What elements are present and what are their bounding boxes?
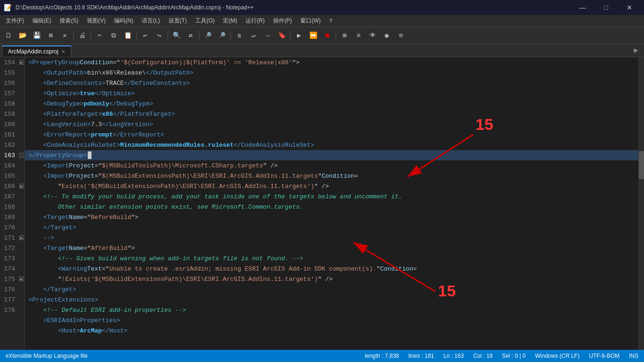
line-num-168: 168 <box>0 204 19 211</box>
toolbar-separator-5 <box>199 30 199 41</box>
fold-163[interactable]: - <box>19 153 24 158</box>
gutter-row-159: 159 <box>0 109 24 119</box>
menu-bar: 文件(F) 编辑(E) 搜索(S) 视图(V) 编码(N) 语言(L) 设置(T… <box>0 15 644 27</box>
undo-button[interactable]: ↩ <box>138 29 152 42</box>
code-line-178: <Host>ArcMap</Host> <box>25 325 638 336</box>
status-sel: Sel : 0 | 0 <box>502 353 525 359</box>
gutter-row-164: 164 <box>0 160 24 171</box>
code-line-169: </Target> <box>25 222 638 233</box>
print-button[interactable]: 🖨 <box>76 29 89 42</box>
save-all-button[interactable]: ⊞ <box>44 29 57 42</box>
code-line-157: <Optimize>true</Optimize> <box>25 88 638 98</box>
tab-bar: ArcMapAddin.csproj ✕ ▶ <box>0 44 644 57</box>
record-button[interactable]: ⏺ <box>321 29 334 42</box>
line-num-162: 162 <box>0 142 19 149</box>
gutter-row-169: 169 <box>0 212 24 222</box>
zoom-in-button[interactable]: 🔎 <box>201 29 215 42</box>
line-num-175: 175 <box>0 276 19 283</box>
save-button[interactable]: 💾 <box>30 29 43 42</box>
title-bar: 📝 D:\Desktop\ArcObjects 10.8 SDK\ArcMapA… <box>0 0 644 15</box>
gutter-row-157: 157 <box>0 88 24 98</box>
gutter-row-165: 165 <box>0 171 24 181</box>
open-button[interactable]: 📂 <box>16 29 29 42</box>
status-lines: lines : 181 <box>408 353 434 359</box>
cut-button[interactable]: ✂ <box>93 29 106 42</box>
close-button2[interactable]: ✕ <box>58 29 71 42</box>
code-line-165b: "Exists('$(MSBuildExtensionsPath)\ESRI\E… <box>25 181 638 191</box>
paste-button[interactable]: 📋 <box>121 29 134 42</box>
gutter-row-161: 161 <box>0 129 24 140</box>
menu-file[interactable]: 文件(F) <box>2 16 28 26</box>
gutter-row-167: 167 <box>0 191 24 202</box>
extra3-button[interactable]: 👁 <box>366 29 379 42</box>
window-controls: — □ ✕ <box>572 0 640 15</box>
gutter-row-156: 156 <box>0 78 24 88</box>
menu-window[interactable]: 窗口(W) <box>297 16 324 26</box>
extra1-button[interactable]: ⊞ <box>338 29 351 42</box>
extra2-button[interactable]: ≡ <box>352 29 365 42</box>
line-num-161: 161 <box>0 131 19 138</box>
code-line-165a: <Import Project="$(MSBuildExtensionsPath… <box>25 171 638 181</box>
scroll-thumb[interactable] <box>639 151 644 179</box>
menu-settings[interactable]: 设置(T) <box>165 16 191 26</box>
close-button[interactable]: ✕ <box>619 0 640 15</box>
code-line-163: </PropertyGroup> <box>25 150 638 160</box>
gutter-row-158: 158 <box>0 98 24 109</box>
menu-plugins[interactable]: 插件(P) <box>269 16 296 26</box>
toolbar-separator-7 <box>290 30 291 41</box>
line-num-155: 155 <box>0 69 19 76</box>
code-line-175: <ProjectExtensions> <box>25 294 638 305</box>
indent-button[interactable]: → <box>261 29 274 42</box>
find-button[interactable]: 🔍 <box>170 29 183 42</box>
menu-view[interactable]: 视图(V) <box>83 16 109 26</box>
run1-button[interactable]: ▶ <box>292 29 306 42</box>
copy-button[interactable]: ⧉ <box>107 29 120 42</box>
gutter-row-163: 163 - <box>0 150 24 160</box>
line-num-166: 166 <box>0 183 19 190</box>
fold-171[interactable]: ▶ <box>19 235 24 240</box>
vertical-scrollbar[interactable] <box>638 57 644 350</box>
line-num-164: 164 <box>0 162 19 169</box>
tab-scroll-right[interactable]: ▶ <box>630 44 642 57</box>
tab-arcmapaddin-csproj[interactable]: ArcMapAddin.csproj ✕ <box>2 45 71 57</box>
extra5-button[interactable]: ⊘ <box>394 29 407 42</box>
code-line-170: --> <box>25 233 638 243</box>
fold-175[interactable]: ▶ <box>19 277 24 281</box>
line-num-169: 169 <box>0 214 19 221</box>
tab-close-button[interactable]: ✕ <box>61 49 65 55</box>
new-button[interactable]: 🗋 <box>2 29 15 42</box>
zoom-out-button[interactable]: 🔎 <box>215 29 229 42</box>
code-line-173a: <Warning Text="Unable to create .esriAdd… <box>25 264 638 274</box>
gutter-row-178: 178 <box>0 305 24 315</box>
menu-edit[interactable]: 编辑(E) <box>29 16 55 26</box>
minimize-button[interactable]: — <box>572 0 593 15</box>
line-num-170: 170 <box>0 224 19 231</box>
code-line-173b: "!Exists('$(MSBuildExtensionsPath)\ESRI\… <box>25 274 638 284</box>
line-num-157: 157 <box>0 90 19 97</box>
toolbar-separator-8 <box>336 30 336 41</box>
sync-button[interactable]: ⇅ <box>233 29 246 42</box>
menu-help[interactable]: ? <box>325 17 336 25</box>
maximize-button[interactable]: □ <box>595 0 617 15</box>
menu-run[interactable]: 运行(R) <box>242 16 268 26</box>
menu-search[interactable]: 搜索(S) <box>56 16 82 26</box>
menu-language[interactable]: 语言(L) <box>138 16 164 26</box>
toolbar-separator-6 <box>230 30 231 41</box>
code-editor[interactable]: <PropertyGroup Condition="'$(Configurati… <box>25 57 638 350</box>
bookmark-button[interactable]: 🔖 <box>275 29 288 42</box>
menu-encoding[interactable]: 编码(N) <box>110 16 137 26</box>
code-line-155: <OutputPath>bin\x86\Release\</OutputPath… <box>25 68 638 78</box>
run2-button[interactable]: ⏩ <box>307 29 320 42</box>
fold-154[interactable]: ▶ <box>19 60 24 65</box>
menu-tools[interactable]: 工具(O) <box>192 16 218 26</box>
fold-166[interactable]: ▶ <box>19 184 24 189</box>
redo-button[interactable]: ↪ <box>153 29 166 42</box>
status-ins: INS <box>629 353 638 359</box>
menu-macro[interactable]: 宏(M) <box>219 16 241 26</box>
gutter-row-160: 160 <box>0 119 24 129</box>
extra4-button[interactable]: ◉ <box>380 29 393 42</box>
replace-button[interactable]: ⇄ <box>184 29 197 42</box>
gutter-row-173: 173 <box>0 253 24 264</box>
code-line-171: <Target Name="AfterBuild"> <box>25 243 638 253</box>
wrap-button[interactable]: ↵ <box>247 29 260 42</box>
